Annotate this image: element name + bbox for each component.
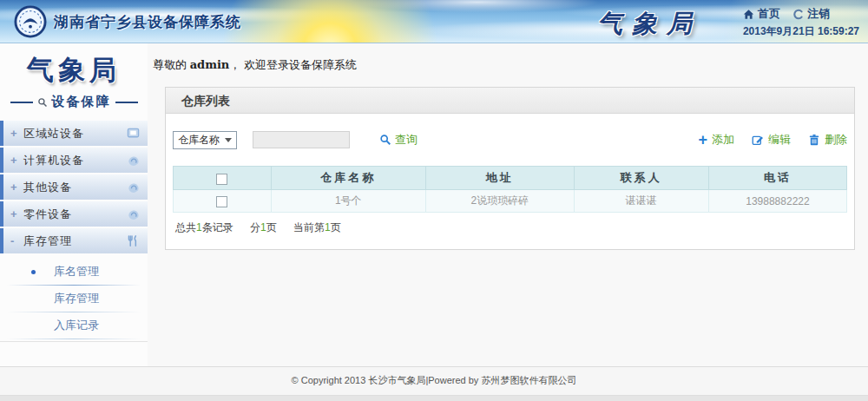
edit-icon [752,134,764,146]
expand-plus: + [10,181,23,194]
row-checkbox[interactable] [216,196,227,207]
add-button[interactable]: + 添加 [698,132,734,148]
swirl-icon [127,154,140,167]
magnifier-icon [37,97,48,108]
tools-icon [127,234,140,247]
current-page-number: 1 [325,221,331,233]
query-button[interactable]: 查询 [379,132,418,148]
app-window: 湖南省宁乡县设备保障系统 气象局 首页 注销 2013年9月21日 16:59:… [0,0,868,401]
sidebar-subitem-warehouse-name-management[interactable]: 库名管理 [0,259,148,285]
footer: © Copyright 2013 长沙市气象局|Powered by 苏州梦图软… [0,366,868,401]
cell-warehouse-name: 1号个 [271,190,425,213]
logout-link[interactable]: 注销 [792,6,830,22]
select-all-checkbox[interactable] [216,174,227,185]
pagination: 总共1条记录 分1页 当前第1页 [173,220,847,235]
column-header-address: 地址 [425,167,574,190]
delete-button[interactable]: 删除 [808,132,847,148]
inventory-submenu: 库名管理 库存管理 入库记录 [0,255,148,342]
logout-label: 注销 [807,6,830,22]
logout-icon [792,9,804,20]
pages-count: 1 [260,221,266,233]
username: admin [190,58,230,71]
sidebar-item-other-equipment[interactable]: + 其他设备 [0,174,148,200]
home-link[interactable]: 首页 [743,6,780,22]
sidebar-item-inventory-management[interactable]: - 库存管理 [0,228,148,253]
column-header-contact: 联系人 [574,167,708,190]
expand-plus: + [10,154,23,167]
expand-plus: + [10,207,23,220]
plus-icon: + [698,134,707,146]
search-icon [379,134,391,146]
swirl-icon [127,207,140,220]
content-area: 气象局 设备保障 + 区域站设备 + 计算 [0,43,868,373]
sidebar-subtitle-row: 设备保障 [0,94,148,110]
sidebar: 气象局 设备保障 + 区域站设备 + 计算 [0,43,148,373]
expand-minus: - [10,234,23,247]
table-row[interactable]: 1号个 2说琐琐碎碎 谌谌谌 13988882222 [174,190,847,213]
active-bullet-icon [31,270,36,274]
expand-plus: + [10,127,23,140]
edit-button[interactable]: 编辑 [752,132,791,148]
chevron-down-icon [225,138,232,142]
cell-contact: 谌谌谌 [574,190,708,213]
home-label: 首页 [758,6,780,22]
weather-bureau-logo-icon [14,5,47,38]
divider-dash [115,102,138,103]
sidebar-subitem-inventory-management[interactable]: 库存管理 [0,286,148,312]
main-content: 尊敬的 admin， 欢迎登录设备保障系统 仓库列表 仓库名称 [148,43,868,373]
sidebar-item-computer-equipment[interactable]: + 计算机设备 [0,148,148,173]
sidebar-brand: 气象局 [0,50,148,89]
sidebar-subtitle: 设备保障 [52,94,111,110]
welcome-message: 尊敬的 admin， 欢迎登录设备保障系统 [151,57,855,73]
trash-icon [808,134,820,146]
app-header: 湖南省宁乡县设备保障系统 气象局 首页 注销 2013年9月21日 16:59:… [0,0,868,43]
swirl-icon [127,181,140,194]
search-field-select[interactable]: 仓库名称 [173,131,237,149]
column-header-phone: 电话 [708,167,846,190]
action-buttons: + 添加 编辑 [698,132,847,148]
sidebar-item-region-station-equipment[interactable]: + 区域站设备 [0,121,148,146]
footer-strip [0,395,868,401]
header-right: 首页 注销 2013年9月21日 16:59:27 [743,6,859,39]
sidebar-menu: + 区域站设备 + 计算机设备 + 其他设备 [0,121,148,342]
datetime: 2013年9月21日 16:59:27 [743,24,859,39]
home-icon [743,9,754,20]
panel-body: 仓库名称 查询 + 添加 [166,114,854,249]
panel-title: 仓库列表 [166,88,854,114]
warehouse-table: 仓库名称 地址 联系人 电话 1号个 2说琐琐碎碎 谌谌谌 [173,166,847,213]
warehouse-list-panel: 仓库列表 仓库名称 查询 [165,87,855,250]
toolbar: 仓库名称 查询 + 添加 [173,126,847,154]
monitor-icon [127,127,140,140]
submenu-divider [7,339,141,339]
sidebar-subitem-inbound-records[interactable]: 入库记录 [0,312,148,339]
search-input[interactable] [253,131,350,148]
sidebar-item-parts-equipment[interactable]: + 零件设备 [0,201,148,227]
system-title: 湖南省宁乡县设备保障系统 [54,12,241,32]
cell-address: 2说琐琐碎碎 [425,190,574,213]
divider-dash [10,102,33,103]
table-header-row: 仓库名称 地址 联系人 电话 [174,167,847,190]
agency-name: 气象局 [597,7,701,42]
cell-phone: 13988882222 [708,190,846,213]
column-header-name: 仓库名称 [271,167,425,190]
copyright-text: © Copyright 2013 长沙市气象局|Powered by 苏州梦图软… [0,366,868,395]
total-records-count: 1 [196,221,202,233]
